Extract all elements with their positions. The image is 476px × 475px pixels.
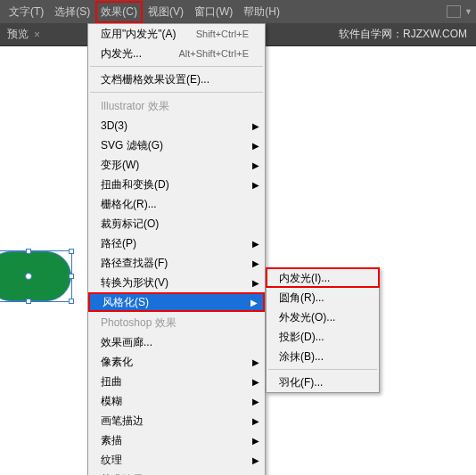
menu-label: 文档栅格效果设置(E)... bbox=[101, 72, 209, 87]
menu-rasterize[interactable]: 栅格化(R)... bbox=[88, 194, 265, 214]
menu-brush-strokes[interactable]: 画笔描边▶ bbox=[88, 411, 265, 430]
arrow-icon: ▶ bbox=[252, 121, 259, 131]
menu-warp[interactable]: 变形(W)▶ bbox=[88, 155, 265, 175]
arrow-icon: ▶ bbox=[252, 141, 259, 151]
menu-label: 扭曲 bbox=[101, 374, 122, 389]
selected-shape[interactable] bbox=[0, 251, 71, 301]
menu-label: 扭曲和变换(D) bbox=[101, 177, 169, 192]
arrow-icon: ▶ bbox=[252, 416, 259, 426]
menu-label: 内发光(I)... bbox=[279, 271, 330, 286]
arrow-icon: ▶ bbox=[252, 180, 259, 190]
menu-distort[interactable]: 扭曲▶ bbox=[88, 372, 265, 391]
close-icon[interactable]: × bbox=[34, 29, 40, 41]
arrow-icon: ▶ bbox=[252, 377, 259, 387]
stylize-submenu: 内发光(I)... 圆角(R)... 外发光(O)... 投影(D)... 涂抹… bbox=[266, 267, 380, 393]
canvas[interactable] bbox=[0, 46, 89, 474]
document-tab[interactable]: 预览 × bbox=[0, 23, 47, 45]
effect-dropdown: 应用"内发光"(A) Shift+Ctrl+E 内发光... Alt+Shift… bbox=[87, 23, 266, 475]
section-header: Photoshop 效果 bbox=[88, 312, 265, 332]
menu-label: 栅格化(R)... bbox=[101, 197, 157, 212]
menu-inner-glow[interactable]: 内发光... Alt+Shift+Ctrl+E bbox=[88, 44, 265, 63]
menu-label: 投影(D)... bbox=[279, 330, 324, 345]
menu-label: SVG 滤镜(G) bbox=[101, 138, 163, 153]
menu-label: 艺术效果 bbox=[101, 472, 144, 476]
arrow-icon: ▶ bbox=[252, 357, 259, 367]
menu-label: 应用"内发光"(A) bbox=[101, 27, 176, 42]
toolbar-right: ▼ bbox=[447, 5, 472, 18]
section-header: Illustrator 效果 bbox=[88, 95, 265, 116]
menu-label: 涂抹(B)... bbox=[279, 349, 324, 364]
submenu-inner-glow[interactable]: 内发光(I)... bbox=[267, 268, 379, 288]
menu-label: 路径查找器(F) bbox=[101, 256, 168, 271]
menu-pathfinder[interactable]: 路径查找器(F)▶ bbox=[88, 253, 265, 273]
arrow-icon: ▶ bbox=[250, 298, 258, 307]
menu-distort-transform[interactable]: 扭曲和变换(D)▶ bbox=[88, 175, 265, 194]
layout-icon[interactable] bbox=[447, 5, 461, 18]
submenu-scribble[interactable]: 涂抹(B)... bbox=[267, 347, 379, 366]
menu-view[interactable]: 视图(V) bbox=[143, 1, 189, 23]
menu-svg-filters[interactable]: SVG 滤镜(G)▶ bbox=[88, 135, 265, 155]
arrow-icon: ▶ bbox=[252, 278, 259, 288]
arrow-icon: ▶ bbox=[252, 397, 259, 406]
menu-select[interactable]: 选择(S) bbox=[49, 1, 95, 23]
menu-label: 素描 bbox=[101, 433, 122, 448]
menu-texture[interactable]: 纹理▶ bbox=[88, 450, 265, 470]
separator bbox=[268, 369, 377, 370]
menu-crop-marks[interactable]: 裁剪标记(O) bbox=[88, 214, 265, 233]
arrow-icon: ▶ bbox=[252, 455, 259, 465]
separator bbox=[90, 92, 263, 93]
menu-label: 变形(W) bbox=[101, 158, 139, 173]
menu-label: 圆角(R)... bbox=[279, 291, 324, 306]
menu-label: 画笔描边 bbox=[101, 414, 144, 429]
menu-label: 效果画廊... bbox=[101, 335, 152, 350]
menu-convert-to-shape[interactable]: 转换为形状(V)▶ bbox=[88, 273, 265, 292]
menu-label: 外发光(O)... bbox=[279, 310, 335, 325]
menu-sketch[interactable]: 素描▶ bbox=[88, 430, 265, 450]
menu-label: 风格化(S) bbox=[103, 295, 149, 310]
tab-label: 预览 bbox=[7, 27, 29, 42]
menu-label: 转换为形状(V) bbox=[101, 275, 168, 291]
menu-label: 羽化(F)... bbox=[279, 375, 323, 390]
separator bbox=[90, 66, 263, 67]
shortcut: Shift+Ctrl+E bbox=[196, 29, 249, 39]
menu-text[interactable]: 文字(T) bbox=[4, 1, 49, 23]
watermark-text: 软件自学网：RJZXW.COM bbox=[339, 27, 476, 42]
menu-label: 纹理 bbox=[101, 453, 122, 468]
menu-artistic[interactable]: 艺术效果▶ bbox=[88, 470, 265, 475]
menu-pixelate[interactable]: 像素化▶ bbox=[88, 352, 265, 372]
submenu-outer-glow[interactable]: 外发光(O)... bbox=[267, 307, 379, 327]
menu-label: 模糊 bbox=[101, 394, 122, 409]
menubar: 文字(T) 选择(S) 效果(C) 视图(V) 窗口(W) 帮助(H) ▼ bbox=[0, 0, 476, 23]
menu-effect-gallery[interactable]: 效果画廊... bbox=[88, 332, 265, 352]
menu-3d[interactable]: 3D(3)▶ bbox=[88, 116, 265, 135]
menu-label: 内发光... bbox=[101, 46, 142, 61]
menu-stylize[interactable]: 风格化(S)▶ bbox=[88, 292, 265, 312]
menu-blur[interactable]: 模糊▶ bbox=[88, 391, 265, 411]
shortcut: Alt+Shift+Ctrl+E bbox=[178, 48, 249, 59]
menu-window[interactable]: 窗口(W) bbox=[189, 1, 238, 23]
menu-apply-inner-glow[interactable]: 应用"内发光"(A) Shift+Ctrl+E bbox=[88, 24, 265, 44]
menu-path[interactable]: 路径(P)▶ bbox=[88, 233, 265, 253]
menu-raster-settings[interactable]: 文档栅格效果设置(E)... bbox=[88, 70, 265, 89]
menu-label: 3D(3) bbox=[101, 119, 127, 132]
arrow-icon: ▶ bbox=[252, 436, 259, 446]
menu-label: 裁剪标记(O) bbox=[101, 217, 159, 232]
submenu-drop-shadow[interactable]: 投影(D)... bbox=[267, 327, 379, 347]
arrow-icon: ▶ bbox=[252, 239, 259, 249]
submenu-round-corners[interactable]: 圆角(R)... bbox=[267, 288, 379, 307]
menu-label: 像素化 bbox=[101, 355, 133, 370]
submenu-feather[interactable]: 羽化(F)... bbox=[267, 373, 379, 392]
menu-help[interactable]: 帮助(H) bbox=[238, 1, 285, 23]
menu-effect[interactable]: 效果(C) bbox=[95, 1, 143, 23]
arrow-icon: ▶ bbox=[252, 160, 259, 170]
arrow-icon: ▶ bbox=[252, 258, 259, 268]
menu-label: 路径(P) bbox=[101, 236, 136, 251]
dropdown-icon[interactable]: ▼ bbox=[464, 7, 472, 16]
